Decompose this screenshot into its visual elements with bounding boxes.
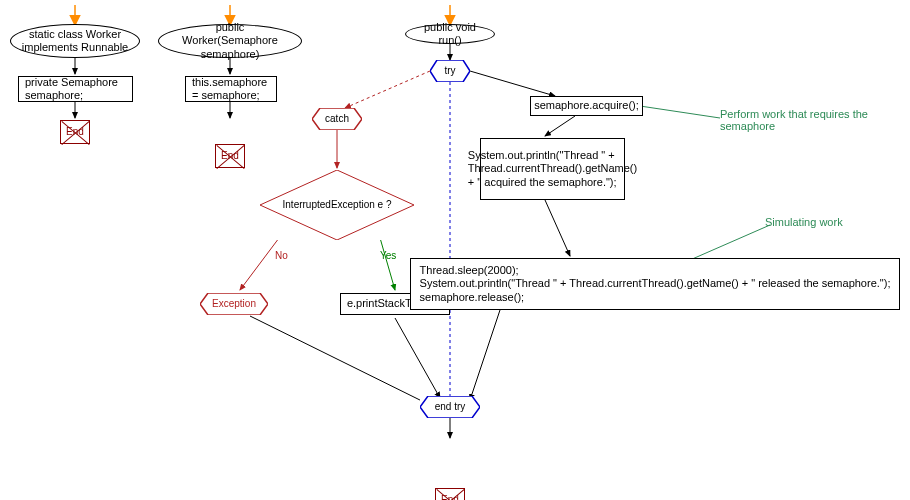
acquire-text: semaphore.acquire(); [534, 99, 639, 112]
exception-text: Exception [212, 298, 256, 310]
decision-diamond: InterruptedException e ? [260, 170, 414, 240]
fc3-end: End [435, 488, 465, 500]
fc1-end-text: End [66, 126, 84, 138]
svg-line-11 [545, 200, 570, 256]
svg-line-9 [470, 71, 555, 96]
label-yes: Yes [380, 250, 396, 261]
try-hexagon: try [430, 60, 470, 82]
svg-line-12 [470, 310, 500, 400]
comment-perform: Perform work that requires the semaphore [720, 108, 880, 132]
svg-line-20 [640, 106, 720, 118]
fc2-stmt-text: this.semaphore = semaphore; [192, 76, 270, 102]
fc3-end-text: End [441, 494, 459, 500]
fc1-start-text: static class Worker implements Runnable [19, 28, 131, 54]
println1-text: System.out.println("Thread " + Thread.cu… [468, 149, 637, 189]
fc1-stmt: private Semaphore semaphore; [18, 76, 133, 102]
fc3-start-text: public void run() [414, 21, 486, 47]
fc1-start-ellipse: static class Worker implements Runnable [10, 24, 140, 58]
fc2-start-ellipse: public Worker(Semaphore semaphore) [158, 24, 302, 58]
svg-line-13 [345, 71, 430, 108]
fc1-stmt-text: private Semaphore semaphore; [25, 76, 126, 102]
decision-text: InterruptedException e ? [283, 199, 392, 211]
comment1-text: Perform work that requires the semaphore [720, 108, 868, 132]
endtry-hexagon: end try [420, 396, 480, 418]
fc2-stmt: this.semaphore = semaphore; [185, 76, 277, 102]
fc3-start-ellipse: public void run() [405, 24, 495, 44]
sleep-box: Thread.sleep(2000); System.out.println("… [410, 258, 900, 310]
endtry-text: end try [435, 401, 466, 413]
svg-line-17 [250, 316, 430, 405]
comment-simulating: Simulating work [765, 216, 843, 228]
svg-line-10 [545, 116, 575, 136]
try-text: try [444, 65, 455, 77]
svg-line-21 [690, 225, 770, 260]
println1-box: System.out.println("Thread " + Thread.cu… [480, 138, 625, 200]
fc2-end: End [215, 144, 245, 168]
comment2-text: Simulating work [765, 216, 843, 228]
catch-hexagon: catch [312, 108, 362, 130]
catch-text: catch [325, 113, 349, 125]
svg-line-18 [395, 318, 440, 398]
acquire-box: semaphore.acquire(); [530, 96, 643, 116]
fc2-end-text: End [221, 150, 239, 162]
exception-hexagon: Exception [200, 293, 268, 315]
label-no: No [275, 250, 288, 261]
fc2-start-text: public Worker(Semaphore semaphore) [167, 21, 293, 61]
fc1-end: End [60, 120, 90, 144]
sleep-text: Thread.sleep(2000); System.out.println("… [420, 264, 891, 304]
